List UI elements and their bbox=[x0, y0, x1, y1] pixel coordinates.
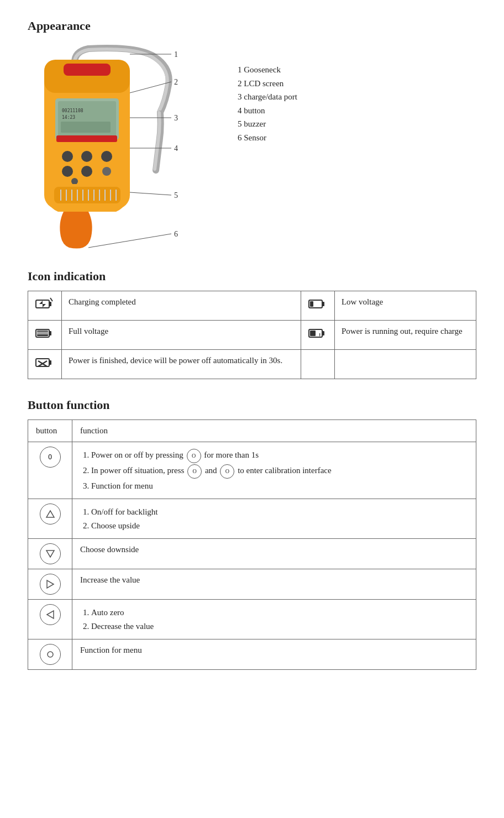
svg-point-13 bbox=[81, 166, 92, 177]
btn-left-functions: Auto zero Decrease the value bbox=[72, 600, 476, 639]
header-button: button bbox=[28, 420, 72, 442]
svg-point-15 bbox=[71, 178, 78, 185]
btn-right-functions: Increase the value bbox=[72, 569, 476, 600]
svg-marker-59 bbox=[46, 550, 54, 557]
icon-indication-section: Icon indication Charging completed bbox=[28, 267, 476, 379]
svg-marker-61 bbox=[47, 611, 54, 618]
icon-charging-desc: Charging completed bbox=[62, 291, 301, 321]
svg-line-32 bbox=[130, 192, 171, 195]
icon-charging-symbol bbox=[28, 291, 62, 321]
icon-row-2: Full voltage ! Power is running out, req… bbox=[28, 321, 476, 350]
icon-power-finished-symbol bbox=[28, 350, 62, 379]
btn-row-up: On/off for backlight Choose upside bbox=[28, 499, 476, 539]
btn-circle-o-symbol bbox=[28, 639, 72, 670]
part-1: 1 Gooseneck bbox=[238, 64, 297, 76]
svg-rect-43 bbox=[322, 302, 324, 306]
btn-power-symbol: O bbox=[28, 442, 72, 499]
svg-text:00211108: 00211108 bbox=[62, 108, 83, 113]
btn-row-power: O Power on or off by pressing O for more… bbox=[28, 442, 476, 499]
header-function: function bbox=[72, 420, 476, 442]
icon-running-out-symbol: ! bbox=[301, 321, 334, 350]
btn-up-functions: On/off for backlight Choose upside bbox=[72, 499, 476, 539]
btn-left-func-2: Decrease the value bbox=[91, 620, 468, 633]
svg-rect-51 bbox=[322, 331, 324, 335]
svg-rect-54 bbox=[36, 359, 49, 366]
svg-point-12 bbox=[62, 166, 73, 177]
and-text: and bbox=[205, 466, 217, 475]
icon-low-voltage-desc: Low voltage bbox=[334, 291, 476, 321]
icon-row-3: Power is finished, device will be power … bbox=[28, 350, 476, 379]
icon-indication-title: Icon indication bbox=[28, 267, 476, 285]
svg-text:3: 3 bbox=[174, 114, 178, 122]
part-4: 4 button bbox=[238, 104, 297, 117]
to-text: to bbox=[238, 466, 244, 475]
icon-row-1: Charging completed Low voltage bbox=[28, 291, 476, 321]
svg-rect-41 bbox=[49, 302, 51, 306]
svg-text:5: 5 bbox=[174, 191, 178, 200]
inline-power-icon-2: O bbox=[187, 464, 202, 479]
icon-low-voltage-symbol bbox=[301, 291, 334, 321]
button-function-section: Button function button function O Power … bbox=[28, 396, 476, 670]
appearance-title: Appearance bbox=[28, 17, 476, 35]
btn-power-func-3: Function for menu bbox=[91, 480, 468, 492]
icon-empty-desc bbox=[334, 350, 476, 379]
icon-table: Charging completed Low voltage bbox=[28, 291, 476, 379]
svg-marker-58 bbox=[46, 511, 54, 517]
button-function-title: Button function bbox=[28, 396, 476, 414]
svg-rect-2 bbox=[64, 64, 111, 76]
svg-rect-47 bbox=[37, 331, 48, 336]
svg-line-33 bbox=[88, 234, 171, 248]
inline-power-icon-1: O bbox=[187, 449, 201, 463]
svg-rect-7 bbox=[61, 122, 111, 133]
part-3: 3 charge/data port bbox=[238, 91, 297, 103]
table-header-row: button function bbox=[28, 420, 476, 442]
part-5: 5 buzzer bbox=[238, 118, 297, 130]
svg-rect-55 bbox=[49, 360, 51, 365]
icon-power-finished-desc: Power is finished, device will be power … bbox=[62, 350, 301, 379]
svg-rect-8 bbox=[56, 135, 117, 142]
parts-list: 1 Gooseneck 2 LCD screen 3 charge/data p… bbox=[238, 62, 297, 145]
svg-point-11 bbox=[101, 151, 112, 162]
icon-full-voltage-symbol bbox=[28, 321, 62, 350]
icon-running-out-desc: Power is running out, require charge bbox=[334, 321, 476, 350]
svg-text:4: 4 bbox=[174, 144, 178, 153]
appearance-content: 00211108 14:23 bbox=[28, 40, 476, 250]
btn-up-symbol bbox=[28, 499, 72, 539]
svg-rect-44 bbox=[310, 301, 313, 307]
device-diagram: 00211108 14:23 bbox=[28, 40, 216, 250]
svg-point-62 bbox=[48, 652, 53, 657]
btn-up-func-2: Choose upside bbox=[91, 520, 468, 532]
btn-right-symbol bbox=[28, 569, 72, 600]
svg-text:14:23: 14:23 bbox=[62, 115, 75, 120]
svg-text:!: ! bbox=[319, 333, 321, 339]
btn-power-functions: Power on or off by pressing O for more t… bbox=[72, 442, 476, 499]
btn-row-left: Auto zero Decrease the value bbox=[28, 600, 476, 639]
svg-point-14 bbox=[102, 167, 111, 176]
svg-text:6: 6 bbox=[174, 230, 178, 238]
btn-row-right: Increase the value bbox=[28, 569, 476, 600]
btn-up-func-1: On/off for backlight bbox=[91, 506, 468, 518]
btn-circle-o-functions: Function for menu bbox=[72, 639, 476, 670]
part-2: 2 LCD screen bbox=[238, 77, 297, 90]
btn-power-func-2: In power off situation, press O and O to… bbox=[91, 464, 468, 479]
svg-text:2: 2 bbox=[174, 78, 178, 86]
icon-full-voltage-desc: Full voltage bbox=[62, 321, 301, 350]
part-6: 6 Sensor bbox=[238, 132, 297, 144]
icon-empty-symbol bbox=[301, 350, 334, 379]
btn-down-symbol bbox=[28, 539, 72, 569]
svg-point-10 bbox=[81, 151, 92, 162]
btn-row-circle-o: Function for menu bbox=[28, 639, 476, 670]
svg-point-9 bbox=[62, 151, 73, 162]
inline-power-icon-3: O bbox=[220, 464, 234, 479]
svg-rect-52 bbox=[310, 331, 316, 336]
appearance-section: Appearance 00211108 bbox=[28, 17, 476, 250]
btn-left-func-1: Auto zero bbox=[91, 606, 468, 619]
btn-left-symbol bbox=[28, 600, 72, 639]
svg-text:1: 1 bbox=[174, 50, 178, 59]
btn-row-down: Choose downside bbox=[28, 539, 476, 569]
btn-power-func-1: Power on or off by pressing O for more t… bbox=[91, 449, 468, 463]
button-function-table: button function O Power on or off by pre… bbox=[28, 420, 476, 670]
btn-down-functions: Choose downside bbox=[72, 539, 476, 569]
svg-marker-60 bbox=[47, 580, 54, 588]
device-svg: 00211108 14:23 bbox=[28, 40, 199, 250]
